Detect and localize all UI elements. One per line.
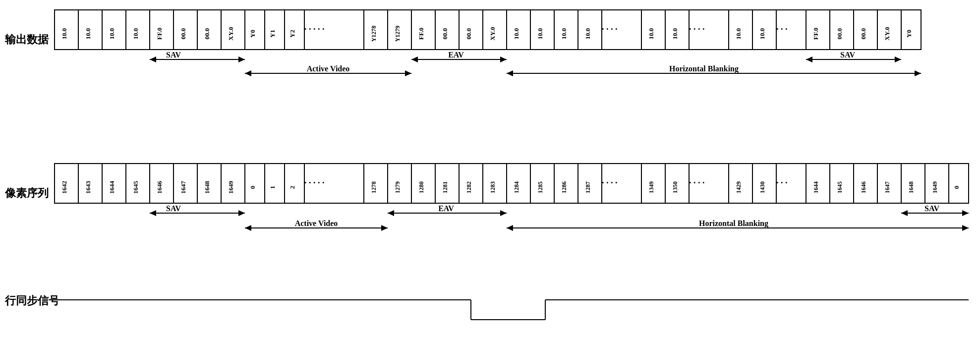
svg-marker-176 <box>500 210 507 216</box>
svg-text:1281: 1281 <box>442 181 449 193</box>
svg-marker-83 <box>895 56 901 62</box>
svg-rect-8 <box>150 10 173 50</box>
svg-text:00.0: 00.0 <box>836 28 843 40</box>
svg-text:10.0: 10.0 <box>647 28 655 40</box>
svg-text:10.0: 10.0 <box>758 28 766 40</box>
section1-label: 输出数据 <box>5 32 49 47</box>
svg-rect-128 <box>507 164 530 203</box>
svg-text:10.0: 10.0 <box>560 28 568 40</box>
svg-rect-29 <box>435 10 459 50</box>
svg-text:Horizontal Blanking: Horizontal Blanking <box>699 219 768 228</box>
svg-rect-58 <box>854 10 877 50</box>
svg-marker-175 <box>388 210 394 216</box>
svg-marker-74 <box>150 56 156 62</box>
svg-rect-20 <box>285 10 304 50</box>
svg-marker-187 <box>507 225 513 231</box>
svg-text:10.0: 10.0 <box>536 28 544 40</box>
svg-text:1646: 1646 <box>156 181 163 194</box>
svg-text:1350: 1350 <box>672 181 679 193</box>
svg-text:FF.0: FF.0 <box>417 28 425 40</box>
svg-rect-95 <box>78 164 102 203</box>
svg-text:SAV: SAV <box>166 204 181 213</box>
svg-text:SAV: SAV <box>166 51 181 59</box>
svg-rect-25 <box>388 10 411 50</box>
svg-text:2: 2 <box>288 186 296 189</box>
svg-rect-44 <box>641 10 665 50</box>
svg-text:FF.0: FF.0 <box>812 28 819 40</box>
svg-marker-78 <box>411 56 418 62</box>
svg-text:00.0: 00.0 <box>441 28 449 40</box>
svg-text:1: 1 <box>269 186 276 189</box>
svg-rect-132 <box>554 164 578 203</box>
svg-rect-97 <box>102 164 126 203</box>
svg-text:1642: 1642 <box>60 181 68 194</box>
section3-label: 行同步信号 <box>5 293 59 308</box>
svg-rect-151 <box>854 164 877 203</box>
svg-rect-23 <box>364 10 388 50</box>
svg-text:XY.0: XY.0 <box>489 27 496 40</box>
svg-rect-103 <box>173 164 197 203</box>
svg-rect-39 <box>554 10 578 50</box>
svg-rect-113 <box>285 164 304 203</box>
svg-marker-79 <box>500 56 507 62</box>
svg-text:10.0: 10.0 <box>671 28 679 40</box>
svg-marker-82 <box>806 56 812 62</box>
svg-text:1430: 1430 <box>759 181 766 193</box>
svg-text:· · · ·: · · · · <box>689 24 705 34</box>
svg-rect-111 <box>265 164 285 203</box>
svg-rect-41 <box>578 10 602 50</box>
svg-text:XY.0: XY.0 <box>227 27 234 40</box>
svg-text:SAV: SAV <box>840 51 855 59</box>
svg-rect-54 <box>806 10 830 50</box>
svg-rect-10 <box>173 10 197 50</box>
svg-text:· · ·: · · · <box>776 24 788 34</box>
svg-text:00.0: 00.0 <box>465 28 472 40</box>
svg-marker-86 <box>245 70 251 76</box>
svg-rect-33 <box>483 10 507 50</box>
svg-text:· · ·: · · · <box>776 178 788 188</box>
svg-rect-35 <box>507 10 530 50</box>
svg-rect-149 <box>830 164 854 203</box>
svg-text:SAV: SAV <box>924 204 939 213</box>
svg-text:1429: 1429 <box>735 181 742 193</box>
svg-text:EAV: EAV <box>438 204 454 213</box>
svg-text:10.0: 10.0 <box>513 28 520 40</box>
svg-text:1643: 1643 <box>84 181 92 194</box>
svg-text:1285: 1285 <box>537 181 544 193</box>
svg-text:· · · ·: · · · · <box>689 178 705 188</box>
svg-text:1645: 1645 <box>836 181 843 193</box>
svg-text:1282: 1282 <box>465 181 472 193</box>
svg-text:FF.0: FF.0 <box>156 28 163 40</box>
svg-marker-87 <box>405 70 411 76</box>
svg-text:1349: 1349 <box>648 181 655 193</box>
svg-rect-147 <box>806 164 830 203</box>
svg-rect-107 <box>221 164 245 203</box>
svg-marker-90 <box>507 70 513 76</box>
svg-marker-91 <box>915 70 921 76</box>
svg-marker-183 <box>245 225 251 231</box>
svg-text:Y1: Y1 <box>269 30 276 38</box>
svg-rect-14 <box>221 10 245 50</box>
svg-text:XY.0: XY.0 <box>883 27 891 40</box>
svg-rect-134 <box>578 164 602 203</box>
svg-text:10.0: 10.0 <box>735 28 742 40</box>
svg-text:1648: 1648 <box>908 181 915 193</box>
svg-rect-31 <box>459 10 483 50</box>
svg-rect-105 <box>197 164 221 203</box>
svg-text:00.0: 00.0 <box>179 28 187 40</box>
svg-text:00.0: 00.0 <box>203 28 211 40</box>
svg-marker-180 <box>962 210 969 216</box>
svg-rect-6 <box>126 10 150 50</box>
svg-text:EAV: EAV <box>448 51 464 59</box>
svg-rect-153 <box>877 164 901 203</box>
svg-text:1283: 1283 <box>489 181 496 193</box>
svg-text:Y2: Y2 <box>288 30 296 38</box>
svg-marker-75 <box>238 56 245 62</box>
svg-text:1648: 1648 <box>203 181 211 194</box>
svg-rect-49 <box>729 10 752 50</box>
svg-text:· · · ·: · · · · <box>602 24 618 34</box>
svg-rect-126 <box>483 164 507 203</box>
svg-text:· · · ·: · · · · <box>602 178 618 188</box>
svg-marker-184 <box>381 225 388 231</box>
svg-text:00.0: 00.0 <box>860 28 867 40</box>
